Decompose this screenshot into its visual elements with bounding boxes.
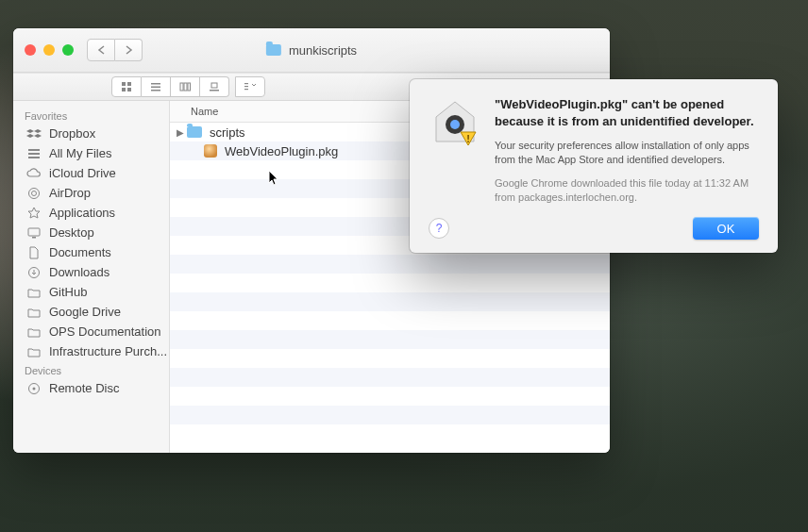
svg-rect-2 [122,88,126,91]
svg-point-24 [33,387,36,390]
columns-icon [179,81,191,92]
svg-rect-14 [244,89,248,90]
desktop-icon [26,226,42,240]
svg-rect-4 [151,83,160,85]
sidebar-item-label: iCloud Drive [49,166,116,180]
view-icon-button[interactable] [111,76,142,97]
sidebar-item-label: Downloads [49,265,109,279]
dropbox-icon [26,127,42,141]
svg-rect-17 [28,157,40,158]
sidebar-item-ops[interactable]: OPS Documentation [13,322,169,341]
grid-icon [121,81,132,92]
nav-buttons [87,39,143,61]
sidebar-item-github[interactable]: GitHub [13,282,169,302]
titlebar[interactable]: munkiscripts [13,28,610,73]
folder-icon [26,325,42,339]
svg-rect-20 [28,228,40,236]
sidebar-item-label: Applications [49,206,115,220]
svg-rect-15 [28,149,40,151]
svg-rect-12 [244,83,248,84]
window-controls [25,44,74,56]
sidebar-item-label: OPS Documentation [49,324,161,339]
chevron-right-icon [125,45,133,55]
file-name: WebVideoPlugin.pkg [225,144,338,158]
icloud-icon [26,167,42,180]
sidebar-item-label: Desktop [49,225,94,240]
folder-icon [266,44,281,56]
apps-icon [26,207,42,220]
window-title: munkiscripts [266,43,357,58]
sidebar-item-documents[interactable]: Documents [13,242,169,262]
folder-icon [26,286,42,299]
alert-explanation: Your security preferences allow installa… [495,139,759,167]
sidebar-item-applications[interactable]: Applications [13,203,169,223]
folder-icon [26,306,42,319]
disc-icon [26,382,42,395]
svg-rect-9 [188,83,191,91]
sidebar-header-favorites: Favorites [13,107,169,124]
svg-rect-13 [244,86,248,87]
documents-icon [26,246,42,259]
view-mode-segment [111,76,229,97]
svg-point-18 [29,188,40,198]
sidebar-item-downloads[interactable]: Downloads [13,262,169,282]
sidebar-item-infra[interactable]: Infrastructure Purch... [13,341,169,361]
sidebar-item-dropbox[interactable]: Dropbox [13,124,169,143]
disclosure-triangle-icon[interactable]: ▶ [174,127,187,138]
svg-rect-1 [127,82,131,86]
security-alert-icon: ! [429,96,481,149]
svg-rect-7 [180,83,183,91]
allfiles-icon [26,147,42,160]
svg-rect-11 [210,90,219,91]
arrange-button[interactable] [235,76,265,97]
sidebar-item-label: Documents [49,245,111,259]
arrange-segment [235,76,265,97]
view-coverflow-button[interactable] [200,76,229,97]
sidebar-item-label: Google Drive [49,305,121,319]
alert-download-info: Google Chrome downloaded this file today… [495,176,759,205]
sidebar-item-allfiles[interactable]: All My Files [13,143,169,163]
arrange-icon [244,81,257,92]
sidebar: Favorites Dropbox All My Files iCloud Dr… [13,101,170,453]
window-title-text: munkiscripts [289,43,357,58]
svg-point-26 [450,120,460,129]
package-icon [204,144,217,158]
help-button[interactable]: ? [429,218,449,239]
sidebar-item-label: Dropbox [49,126,95,141]
forward-button[interactable] [115,39,143,61]
sidebar-item-label: All My Files [49,146,111,160]
sidebar-item-desktop[interactable]: Desktop [13,223,169,242]
sidebar-item-gdrive[interactable]: Google Drive [13,302,169,322]
svg-rect-16 [28,153,40,155]
svg-rect-6 [151,90,160,91]
sidebar-item-remotedisc[interactable]: Remote Disc [13,378,169,398]
view-column-button[interactable] [171,76,200,97]
list-icon [150,81,161,92]
svg-rect-8 [184,83,187,91]
file-name: scripts [210,125,245,140]
sidebar-item-icloud[interactable]: iCloud Drive [13,163,169,183]
folder-icon [26,345,42,358]
ok-button[interactable]: OK [693,217,759,240]
sidebar-item-label: Remote Disc [49,381,119,395]
back-button[interactable] [87,39,115,61]
gatekeeper-alert: ! "WebVideoPlugin.pkg" can't be opened b… [410,79,778,253]
view-list-button[interactable] [142,76,171,97]
svg-rect-5 [151,87,160,89]
close-window-button[interactable] [25,44,36,56]
minimize-window-button[interactable] [43,44,55,56]
chevron-left-icon [97,45,106,55]
sidebar-item-airdrop[interactable]: AirDrop [13,183,169,203]
alert-headline: "WebVideoPlugin.pkg" can't be opened bec… [495,96,759,129]
zoom-window-button[interactable] [62,44,74,56]
coverflow-icon [209,81,220,92]
sidebar-item-label: Infrastructure Purch... [49,344,167,358]
downloads-icon [26,266,42,279]
sidebar-header-devices: Devices [13,361,169,378]
svg-rect-10 [211,83,217,88]
svg-rect-3 [127,88,131,91]
sidebar-item-label: AirDrop [49,186,91,200]
folder-icon [187,126,202,138]
svg-point-19 [32,191,37,195]
airdrop-icon [26,187,42,200]
